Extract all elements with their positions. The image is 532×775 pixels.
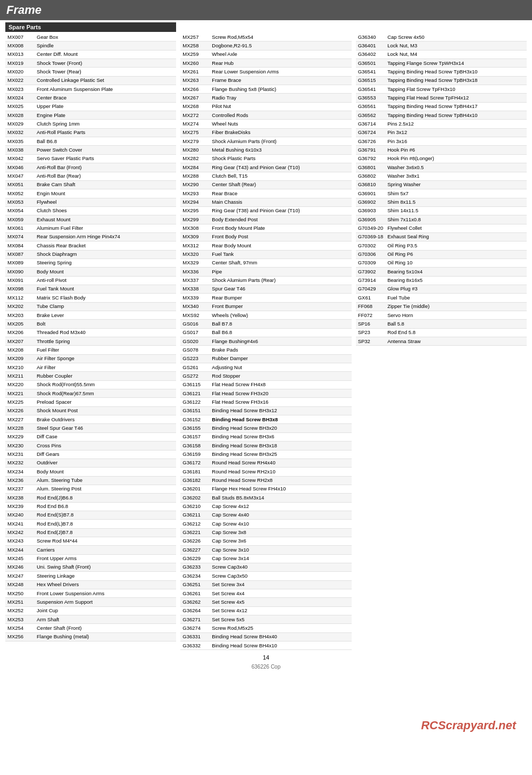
part-name: Clutch Shoes [35,206,176,215]
part-id: MX023 [5,85,35,94]
part-name: Chassis Rear Bracket [35,241,176,250]
part-name: Rubber Coupler [35,372,176,380]
part-name: Tapping Flat Screw TpFH3x10 [385,85,527,94]
part-name: Oil Ring P6 [385,250,527,259]
part-id: MX253 [5,615,35,624]
part-name: Set Screw 4x12 [210,606,351,615]
part-name: Frame Brace [210,76,351,85]
part-id: MX263 [180,76,210,85]
part-name: Flywheel Collet [385,224,527,232]
part-name: Round Head Screw RH2x10 [210,468,351,476]
part-name: Cap Screw 4x40 [210,511,351,519]
part-name: Set Screw 5x5 [210,615,351,624]
part-name: Cross Pins [35,441,176,450]
part-id: MX250 [5,589,35,598]
part-name: Rod Stopper [210,372,351,380]
part-name: Pilot Nut [210,102,351,111]
part-id: G36501 [356,59,386,68]
part-id: MX339 [180,294,210,302]
part-id: MX098 [5,285,35,293]
part-name: Engine Plate [35,111,176,120]
part-id: MX294 [180,198,210,206]
part-id: MX231 [5,450,35,459]
part-id: G36202 [180,494,210,502]
part-name: Rod End(L)B7.8 [35,520,176,528]
part-name: Pin 3x16 [385,137,527,146]
part-name: Rear Brace [210,189,351,198]
part-id: G36264 [180,606,210,615]
part-id: MX338 [180,285,210,293]
part-id: MX320 [180,250,210,259]
part-name: Wheel Nuts [210,120,351,128]
part-id: MX028 [5,111,35,120]
part-name: Flange Bushing (metal) [35,632,176,641]
part-id: GS078 [180,346,210,354]
part-id: G36226 [180,537,210,545]
part-name: Shock Plastic Parts [210,154,351,163]
part-id: G36274 [180,624,210,632]
part-name: Alum. Steering Post [35,485,176,493]
part-id: MX061 [5,224,35,232]
part-name: Flange Bushing#4x6 [210,337,351,346]
part-name: Matrix SC Flash Body [35,294,176,302]
part-id: MX211 [5,372,35,380]
part-name: Rear Lower Suspension Arms [210,68,351,76]
part-id: G70369-18 [356,232,386,241]
part-id: G36515 [356,76,386,85]
part-name: Lock Nut, M4 [385,50,527,59]
part-name: Round Head Screw RH4x40 [210,459,351,467]
part-id: MX232 [5,459,35,467]
part-id: MX251 [5,598,35,606]
part-id: MX247 [5,572,35,580]
part-name: Front Body Mount Plate [210,224,351,232]
part-id: MX259 [180,50,210,59]
part-name: Outdriver [35,459,176,467]
part-name: Rear Hub [210,59,351,68]
part-name: Spring Washer [385,180,527,189]
part-name: Shock Diaphragm [35,250,176,259]
part-id: G70309 [356,259,386,267]
part-name: Tapping Flange Screw TpWH3x14 [385,59,527,68]
part-name: Oil Ring 10 [385,259,527,267]
part-name: Rod End(S)B7.8 [35,511,176,519]
part-name: Spindle [35,41,176,50]
part-name: Fuel Filter [35,346,176,354]
part-id: SP32 [356,337,386,346]
part-name: Steel Spur Gear T46 [35,424,176,432]
part-id: MX227 [5,415,35,424]
part-name: Binding Head Screw BH4x40 [210,632,351,641]
part-id: MX248 [5,580,35,589]
part-id: MX260 [180,59,210,68]
part-name: Center Diff. Mount [35,50,176,59]
part-id: G36152 [180,415,210,424]
part-name: Fiber BrakeDisks [210,128,351,137]
part-id: MX309 [180,232,210,241]
part-name: Adjusting Nut [210,363,351,372]
part-id: MX237 [5,485,35,493]
part-id: G70349-20 [356,224,386,232]
part-id: G36901 [356,189,386,198]
part-name: Ball Studs B5.8xM3x14 [210,494,351,502]
part-id: MX230 [5,441,35,450]
part-name: Cap Screw 3x14 [210,554,351,563]
part-name: Pipe [210,268,351,276]
part-name: Uni. Swing Shaft (Front) [35,563,176,571]
part-id: G36115 [180,380,210,389]
page-header: Frame [0,0,532,20]
part-id: MX112 [5,294,35,302]
part-name: Shim 14x11.5 [385,206,527,215]
part-id: MX272 [180,111,210,120]
part-id: MX091 [5,276,35,285]
part-id: G36801 [356,163,386,172]
part-id: MX275 [180,128,210,137]
part-id: G36903 [356,206,386,215]
part-id: G36724 [356,128,386,137]
part-name: Radio Tray [210,94,351,102]
part-id: MX267 [180,94,210,102]
part-id: MX221 [5,389,35,398]
part-id: G70306 [356,250,386,259]
part-name: Center Shaft (Front) [35,624,176,632]
part-name: Center Shaft, 97mm [210,259,351,267]
part-id: MX210 [5,363,35,372]
part-name: Tapping Flat Head Screw TpFH4x12 [385,94,527,102]
